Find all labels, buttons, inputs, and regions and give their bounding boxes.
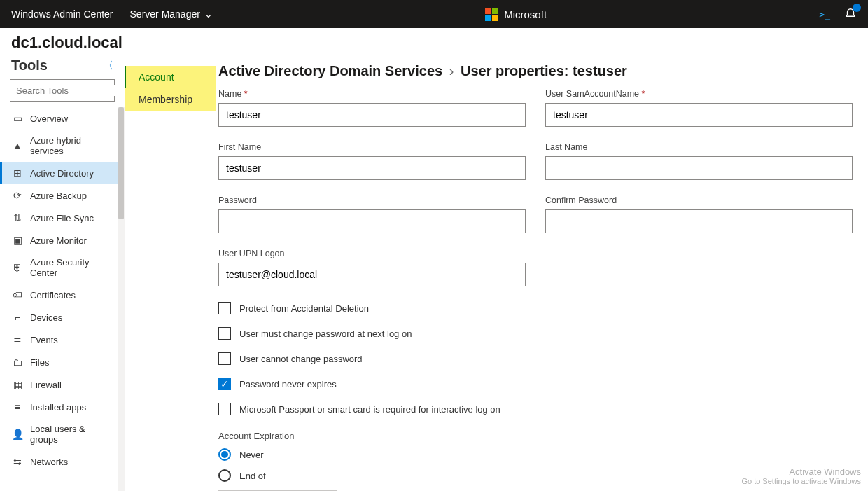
server-manager-label: Server Manager — [130, 8, 200, 20]
cert-icon: 🏷 — [12, 289, 23, 300]
checkbox-group: Protect from Accidental DeletionUser mus… — [218, 302, 853, 428]
tool-item-azure-monitor[interactable]: ▣Azure Monitor — [0, 229, 118, 251]
tool-item-label: Azure File Sync — [30, 213, 94, 223]
checkbox-label: Microsoft Passport or smart card is requ… — [239, 404, 500, 415]
radio-never[interactable]: Never — [218, 448, 853, 461]
tool-item-files[interactable]: 🗀Files — [0, 351, 118, 373]
tool-item-label: Azure Backup — [30, 191, 87, 201]
checkbox-label: Password never expires — [239, 379, 337, 389]
tool-item-azure-backup[interactable]: ⟳Azure Backup — [0, 184, 118, 207]
tool-item-label: Devices — [30, 312, 62, 323]
radio-label: Never — [239, 450, 264, 460]
checkbox-label: User must change password at next log on — [239, 329, 412, 339]
breadcrumb: Active Directory Domain Services › User … — [218, 55, 858, 89]
expiration-label: Account Expiration — [218, 431, 853, 441]
backup-icon: ⟳ — [12, 190, 23, 201]
chevron-down-icon: ⌄ — [204, 8, 213, 20]
checkbox-label: User cannot change password — [239, 354, 363, 364]
subnav-item-membership[interactable]: Membership — [125, 88, 216, 111]
tool-item-label: Azure Security Center — [30, 257, 108, 278]
checkbox-3[interactable]: ✓Password never expires — [218, 378, 853, 390]
tool-item-label: Overview — [30, 113, 68, 124]
tools-title: Tools — [11, 57, 48, 74]
breadcrumb-leaf: User properties: testuser — [461, 63, 627, 78]
input-confirm-password[interactable] — [545, 209, 853, 233]
tool-item-overview[interactable]: ▭Overview — [0, 107, 118, 130]
checkbox-box[interactable] — [218, 352, 231, 365]
checkbox-box[interactable]: ✓ — [218, 378, 231, 390]
tool-item-devices[interactable]: ⌐Devices — [0, 306, 118, 329]
firewall-icon: ▦ — [12, 379, 23, 390]
field-sam: User SamAccountName — [545, 89, 853, 127]
tools-scrollbar[interactable] — [118, 107, 125, 491]
input-password[interactable] — [218, 209, 526, 233]
tool-item-active-directory[interactable]: ⊞Active Directory — [0, 162, 118, 184]
overview-icon: ▭ — [12, 113, 23, 124]
tools-list: ▭Overview▲Azure hybrid services⊞Active D… — [0, 107, 118, 491]
tool-item-label: Local users & groups — [30, 424, 108, 445]
events-icon: ≣ — [12, 334, 23, 345]
ad-icon: ⊞ — [12, 167, 23, 179]
security-icon: ⛨ — [12, 262, 23, 273]
tool-item-label: Certificates — [30, 290, 76, 300]
filesync-icon: ⇅ — [12, 212, 23, 223]
label-password: Password — [218, 195, 526, 205]
label-confirm-password: Confirm Password — [545, 195, 853, 205]
tool-item-label: Active Directory — [30, 168, 94, 179]
label-sam: User SamAccountName — [545, 89, 853, 99]
tool-item-azure-file-sync[interactable]: ⇅Azure File Sync — [0, 207, 118, 229]
users-icon: 👤 — [12, 429, 23, 440]
server-name: dc1.cloud.local — [0, 28, 868, 55]
checkbox-2[interactable]: User cannot change password — [218, 352, 853, 365]
label-first-name: First Name — [218, 142, 526, 152]
properties-subnav: AccountMembership — [125, 55, 216, 491]
tool-item-firewall[interactable]: ▦Firewall — [0, 373, 118, 396]
input-first-name[interactable] — [218, 156, 526, 180]
tools-panel: Tools 〈 ▭Overview▲Azure hybrid services⊞… — [0, 55, 125, 491]
chevron-right-icon: › — [447, 63, 457, 78]
monitor-icon: ▣ — [12, 235, 23, 246]
tool-item-azure-hybrid-services[interactable]: ▲Azure hybrid services — [0, 130, 118, 162]
checkbox-box[interactable] — [218, 403, 231, 415]
checkbox-1[interactable]: User must change password at next log on — [218, 327, 853, 340]
label-name: Name — [218, 89, 526, 99]
label-upn: User UPN Logon — [218, 249, 526, 258]
checkbox-4[interactable]: Microsoft Passport or smart card is requ… — [218, 403, 853, 415]
field-password: Password — [218, 195, 526, 233]
main-content: Active Directory Domain Services › User … — [216, 55, 868, 491]
powershell-icon[interactable]: >_ — [819, 9, 830, 20]
apps-icon: ≡ — [12, 401, 23, 413]
activate-windows-watermark: Activate Windows Go to Settings to activ… — [741, 466, 861, 485]
breadcrumb-root[interactable]: Active Directory Domain Services — [218, 63, 442, 78]
tools-search[interactable] — [10, 79, 115, 102]
input-last-name[interactable] — [545, 156, 853, 180]
notifications-icon[interactable] — [844, 6, 857, 22]
tools-search-input[interactable] — [10, 85, 139, 96]
checkbox-0[interactable]: Protect from Accidental Deletion — [218, 302, 853, 314]
tool-item-events[interactable]: ≣Events — [0, 329, 118, 351]
tool-item-label: Networks — [30, 457, 68, 467]
tool-item-label: Files — [30, 357, 49, 368]
radio-circle[interactable] — [218, 448, 231, 461]
field-confirm-password: Confirm Password — [545, 195, 853, 233]
input-upn[interactable] — [218, 263, 526, 286]
microsoft-logo-icon — [485, 8, 498, 21]
field-last-name: Last Name — [545, 142, 853, 180]
server-manager-dropdown[interactable]: Server Manager ⌄ — [130, 8, 213, 20]
subnav-item-account[interactable]: Account — [125, 66, 216, 88]
tool-item-networks[interactable]: ⇆Networks — [0, 450, 118, 473]
microsoft-badge[interactable]: Microsoft — [485, 8, 547, 21]
tool-item-certificates[interactable]: 🏷Certificates — [0, 284, 118, 306]
checkbox-box[interactable] — [218, 302, 231, 314]
collapse-tools-icon[interactable]: 〈 — [104, 60, 113, 72]
app-brand[interactable]: Windows Admin Center — [11, 8, 113, 20]
input-sam[interactable] — [545, 103, 853, 127]
input-name[interactable] — [218, 103, 526, 127]
tool-item-azure-security-center[interactable]: ⛨Azure Security Center — [0, 251, 118, 284]
radio-circle[interactable] — [218, 469, 231, 482]
tool-item-local-users-groups[interactable]: 👤Local users & groups — [0, 418, 118, 450]
checkbox-box[interactable] — [218, 327, 231, 340]
field-name: Name — [218, 89, 526, 127]
checkbox-label: Protect from Accidental Deletion — [239, 303, 369, 314]
tool-item-installed-apps[interactable]: ≡Installed apps — [0, 396, 118, 418]
